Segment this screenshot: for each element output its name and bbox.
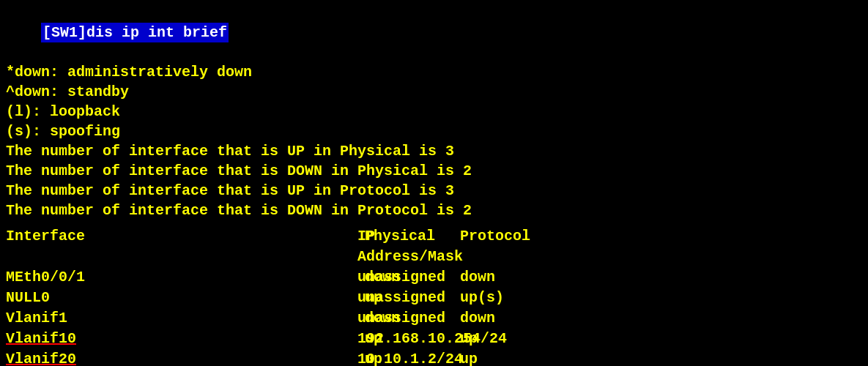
header-physical: Physical <box>357 226 445 267</box>
table-row: Vlanif10 192.168.10.254/24 up up <box>6 329 862 349</box>
terminal: [SW1]dis ip int brief *down: administrat… <box>0 0 868 366</box>
cell-physical: up <box>357 288 445 308</box>
cell-iface: MEth0/0/1 <box>6 267 152 288</box>
cell-ip: unassigned <box>152 308 357 329</box>
command-text: [SW1]dis ip int brief <box>41 23 229 42</box>
summary-line-2: The number of interface that is DOWN in … <box>6 161 862 181</box>
table-header: Interface IP Address/Mask Physical Proto… <box>6 226 862 267</box>
cell-protocol: up <box>445 329 548 349</box>
cell-ip: unassigned <box>152 288 357 308</box>
summary-line-4: The number of interface that is DOWN in … <box>6 201 862 220</box>
cell-protocol: up(s) <box>445 288 548 308</box>
cell-iface: Vlanif1 <box>6 308 152 329</box>
cell-iface: NULL0 <box>6 288 152 308</box>
table-row: NULL0 unassigned up up(s) <box>6 288 862 308</box>
cell-physical: down <box>357 267 445 288</box>
cell-ip: unassigned <box>152 267 357 288</box>
command-line: [SW1]dis ip int brief <box>6 3 862 62</box>
table-row: Vlanif20 10.10.1.2/24 up up <box>6 349 862 366</box>
summary-line-3: The number of interface that is UP in Pr… <box>6 181 862 201</box>
legend-line-1: *down: administratively down <box>6 62 862 82</box>
table-row: MEth0/0/1 unassigned down down <box>6 267 862 288</box>
cell-protocol: up <box>445 349 548 366</box>
legend-line-4: (s): spoofing <box>6 122 862 141</box>
cell-iface: Vlanif20 <box>6 349 152 366</box>
summary-line-1: The number of interface that is UP in Ph… <box>6 141 862 161</box>
cell-physical: down <box>357 308 445 329</box>
legend-line-2: ^down: standby <box>6 82 862 102</box>
cell-physical: up <box>357 329 445 349</box>
header-interface: Interface <box>6 226 152 267</box>
cell-ip: 192.168.10.254/24 <box>152 329 357 349</box>
table-row: Vlanif1 unassigned down down <box>6 308 862 329</box>
cell-protocol: down <box>445 267 548 288</box>
cell-ip: 10.10.1.2/24 <box>152 349 357 366</box>
cell-protocol: down <box>445 308 548 329</box>
cell-iface: Vlanif10 <box>6 329 152 349</box>
header-ip: IP Address/Mask <box>152 226 357 267</box>
interface-table: Interface IP Address/Mask Physical Proto… <box>6 226 862 366</box>
table-rows: MEth0/0/1 unassigned down down NULL0 una… <box>6 267 862 366</box>
cell-physical: up <box>357 349 445 366</box>
legend-line-3: (l): loopback <box>6 102 862 122</box>
header-protocol: Protocol <box>445 226 548 267</box>
